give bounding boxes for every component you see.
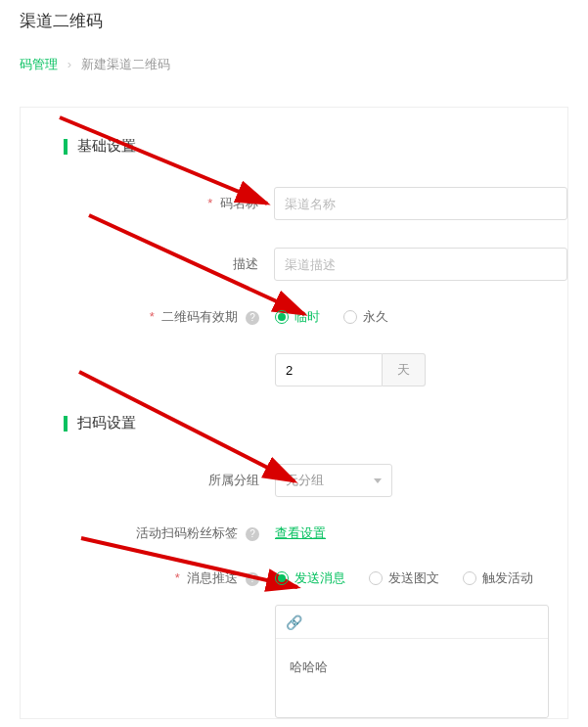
view-settings-link[interactable]: 查看设置 [275,524,326,542]
row-validity: * 二维码有效期 ? 临时 永久 [21,308,567,326]
row-msg-push: * 消息推送 ? 发送消息 发送图文 触发活动 [21,569,567,587]
section-scan-settings: 扫码设置 [64,414,567,432]
radio-send-imgtext[interactable]: 发送图文 [369,569,439,587]
validity-unit: 天 [383,353,426,386]
message-editor: 🔗 哈哈哈 [275,605,549,718]
help-icon[interactable]: ? [246,527,259,541]
section-basic-settings: 基础设置 [64,137,567,156]
label-group: 所属分组 [21,472,275,489]
radio-circle-icon [275,310,289,324]
row-validity-value: 天 [21,353,567,386]
validity-radio-group: 临时 永久 [275,308,388,326]
radio-circle-icon [463,571,476,585]
section-bar [64,139,68,155]
section-basic-label: 基础设置 [77,137,136,156]
editor-toolbar: 🔗 [276,606,548,639]
row-description: 描述 [21,248,567,281]
page-title: 渠道二维码 [0,0,588,38]
row-group: 所属分组 无分组 [21,464,567,497]
section-scan-label: 扫码设置 [77,414,136,432]
link-icon[interactable]: 🔗 [286,614,302,630]
radio-temporary[interactable]: 临时 [275,308,320,326]
editor-body[interactable]: 哈哈哈 [276,639,548,717]
code-name-input[interactable] [274,187,567,220]
radio-circle-icon [343,310,357,324]
required-mark: * [175,570,180,585]
validity-input-group: 天 [275,353,426,386]
radio-send-msg[interactable]: 发送消息 [275,569,345,587]
description-input[interactable] [274,248,567,281]
label-description: 描述 [21,255,274,273]
group-selected-value: 无分组 [286,472,324,489]
label-validity: * 二维码有效期 ? [21,308,275,326]
breadcrumb-current: 新建渠道二维码 [81,57,170,71]
label-fan-tag: 活动扫码粉丝标签 ? [21,524,275,542]
radio-circle-icon [369,571,383,585]
radio-permanent[interactable]: 永久 [343,308,388,326]
chevron-down-icon [374,478,382,483]
required-mark: * [150,309,155,324]
required-mark: * [207,196,212,210]
form-card: 基础设置 * 码名称 描述 * 二维码有效期 ? 临时 [20,107,568,719]
section-bar [64,416,68,432]
label-msg-push: * 消息推送 ? [21,569,275,587]
radio-circle-icon [275,571,289,585]
breadcrumb-separator: › [68,57,71,71]
row-fan-tag: 活动扫码粉丝标签 ? 查看设置 [21,524,567,542]
breadcrumb-parent[interactable]: 码管理 [20,57,58,71]
help-icon[interactable]: ? [246,311,259,325]
radio-trigger-activity[interactable]: 触发活动 [463,569,533,587]
group-select[interactable]: 无分组 [275,464,392,497]
row-code-name: * 码名称 [21,187,567,220]
msg-push-radio-group: 发送消息 发送图文 触发活动 [275,569,533,587]
breadcrumb: 码管理 › 新建渠道二维码 [0,38,588,87]
validity-value-input[interactable] [275,353,383,386]
help-icon[interactable]: ? [246,572,259,586]
label-code-name: * 码名称 [21,195,274,212]
